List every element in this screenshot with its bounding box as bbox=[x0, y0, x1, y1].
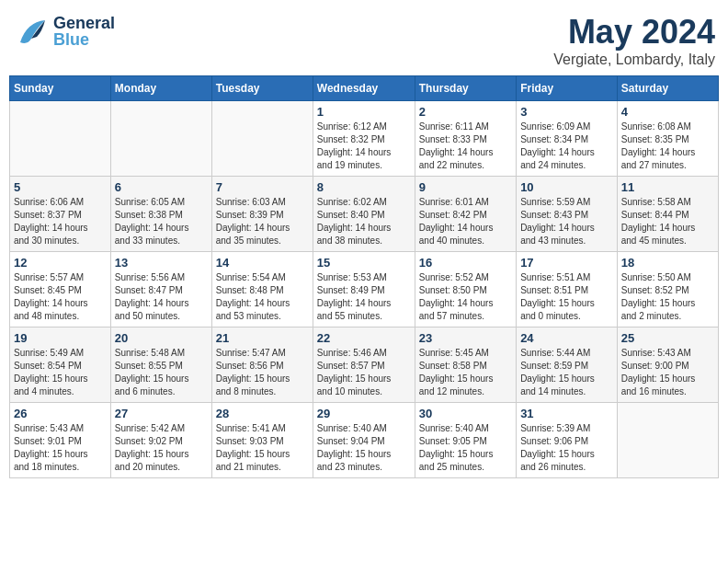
logo-icon bbox=[13, 13, 50, 50]
day-number: 1 bbox=[317, 105, 411, 119]
day-number: 8 bbox=[317, 180, 411, 194]
day-info: Sunrise: 5:46 AM Sunset: 8:57 PM Dayligh… bbox=[317, 347, 411, 398]
table-row: 27Sunrise: 5:42 AM Sunset: 9:02 PM Dayli… bbox=[110, 403, 211, 478]
day-number: 6 bbox=[115, 180, 208, 194]
day-number: 7 bbox=[216, 180, 309, 194]
table-row: 16Sunrise: 5:52 AM Sunset: 8:50 PM Dayli… bbox=[415, 252, 516, 327]
day-number: 24 bbox=[520, 331, 613, 345]
day-info: Sunrise: 6:06 AM Sunset: 8:37 PM Dayligh… bbox=[14, 196, 107, 247]
day-number: 25 bbox=[621, 331, 714, 345]
day-info: Sunrise: 5:43 AM Sunset: 9:00 PM Dayligh… bbox=[621, 347, 714, 398]
calendar-header-row: Sunday Monday Tuesday Wednesday Thursday… bbox=[10, 76, 719, 101]
day-info: Sunrise: 5:48 AM Sunset: 8:55 PM Dayligh… bbox=[115, 347, 208, 398]
calendar-week-row: 12Sunrise: 5:57 AM Sunset: 8:45 PM Dayli… bbox=[10, 252, 719, 327]
table-row: 17Sunrise: 5:51 AM Sunset: 8:51 PM Dayli… bbox=[517, 252, 618, 327]
table-row: 10Sunrise: 5:59 AM Sunset: 8:43 PM Dayli… bbox=[517, 177, 618, 252]
day-info: Sunrise: 6:01 AM Sunset: 8:42 PM Dayligh… bbox=[419, 196, 512, 247]
table-row: 12Sunrise: 5:57 AM Sunset: 8:45 PM Dayli… bbox=[10, 252, 111, 327]
day-info: Sunrise: 5:52 AM Sunset: 8:50 PM Dayligh… bbox=[419, 271, 512, 323]
table-row: 21Sunrise: 5:47 AM Sunset: 8:56 PM Dayli… bbox=[211, 327, 313, 403]
day-info: Sunrise: 5:56 AM Sunset: 8:47 PM Dayligh… bbox=[115, 271, 208, 323]
day-number: 3 bbox=[520, 105, 613, 119]
header: General Blue May 2024 Vergiate, Lombardy… bbox=[9, 9, 719, 68]
table-row: 2Sunrise: 6:11 AM Sunset: 8:33 PM Daylig… bbox=[415, 101, 516, 177]
day-number: 4 bbox=[621, 105, 714, 119]
day-number: 2 bbox=[419, 105, 512, 119]
table-row: 1Sunrise: 6:12 AM Sunset: 8:32 PM Daylig… bbox=[313, 101, 415, 177]
day-number: 28 bbox=[216, 407, 309, 420]
table-row: 11Sunrise: 5:58 AM Sunset: 8:44 PM Dayli… bbox=[617, 177, 718, 252]
day-info: Sunrise: 5:44 AM Sunset: 8:59 PM Dayligh… bbox=[520, 347, 613, 398]
day-info: Sunrise: 5:43 AM Sunset: 9:01 PM Dayligh… bbox=[14, 422, 107, 474]
day-info: Sunrise: 6:03 AM Sunset: 8:39 PM Dayligh… bbox=[216, 196, 309, 247]
day-number: 14 bbox=[216, 256, 309, 270]
table-row: 23Sunrise: 5:45 AM Sunset: 8:58 PM Dayli… bbox=[415, 327, 516, 403]
day-number: 26 bbox=[14, 407, 107, 420]
day-number: 22 bbox=[317, 331, 411, 345]
calendar-week-row: 5Sunrise: 6:06 AM Sunset: 8:37 PM Daylig… bbox=[10, 177, 719, 252]
day-number: 29 bbox=[317, 407, 411, 420]
day-info: Sunrise: 5:39 AM Sunset: 9:06 PM Dayligh… bbox=[520, 422, 613, 474]
table-row bbox=[617, 403, 718, 478]
day-info: Sunrise: 5:51 AM Sunset: 8:51 PM Dayligh… bbox=[520, 271, 613, 323]
table-row: 6Sunrise: 6:05 AM Sunset: 8:38 PM Daylig… bbox=[110, 177, 211, 252]
day-info: Sunrise: 5:50 AM Sunset: 8:52 PM Dayligh… bbox=[621, 271, 714, 323]
table-row bbox=[10, 101, 111, 177]
day-info: Sunrise: 6:02 AM Sunset: 8:40 PM Dayligh… bbox=[317, 196, 411, 247]
day-number: 17 bbox=[520, 256, 613, 270]
day-info: Sunrise: 6:11 AM Sunset: 8:33 PM Dayligh… bbox=[419, 121, 512, 172]
calendar-week-row: 19Sunrise: 5:49 AM Sunset: 8:54 PM Dayli… bbox=[10, 327, 719, 403]
table-row: 22Sunrise: 5:46 AM Sunset: 8:57 PM Dayli… bbox=[313, 327, 415, 403]
table-row: 24Sunrise: 5:44 AM Sunset: 8:59 PM Dayli… bbox=[517, 327, 618, 403]
table-row: 28Sunrise: 5:41 AM Sunset: 9:03 PM Dayli… bbox=[211, 403, 313, 478]
col-sunday: Sunday bbox=[10, 76, 111, 101]
day-number: 16 bbox=[419, 256, 512, 270]
col-monday: Monday bbox=[110, 76, 211, 101]
day-number: 5 bbox=[14, 180, 107, 194]
day-info: Sunrise: 5:49 AM Sunset: 8:54 PM Dayligh… bbox=[14, 347, 107, 398]
table-row bbox=[110, 101, 211, 177]
col-tuesday: Tuesday bbox=[211, 76, 313, 101]
table-row: 26Sunrise: 5:43 AM Sunset: 9:01 PM Dayli… bbox=[10, 403, 111, 478]
day-info: Sunrise: 6:05 AM Sunset: 8:38 PM Dayligh… bbox=[115, 196, 208, 247]
table-row: 29Sunrise: 5:40 AM Sunset: 9:04 PM Dayli… bbox=[313, 403, 415, 478]
day-number: 18 bbox=[621, 256, 714, 270]
day-number: 15 bbox=[317, 256, 411, 270]
table-row: 8Sunrise: 6:02 AM Sunset: 8:40 PM Daylig… bbox=[313, 177, 415, 252]
table-row: 5Sunrise: 6:06 AM Sunset: 8:37 PM Daylig… bbox=[10, 177, 111, 252]
calendar-table: Sunday Monday Tuesday Wednesday Thursday… bbox=[9, 75, 719, 478]
table-row: 19Sunrise: 5:49 AM Sunset: 8:54 PM Dayli… bbox=[10, 327, 111, 403]
logo: General Blue bbox=[13, 13, 115, 50]
table-row: 7Sunrise: 6:03 AM Sunset: 8:39 PM Daylig… bbox=[211, 177, 313, 252]
day-info: Sunrise: 5:57 AM Sunset: 8:45 PM Dayligh… bbox=[14, 271, 107, 323]
day-info: Sunrise: 5:53 AM Sunset: 8:49 PM Dayligh… bbox=[317, 271, 411, 323]
table-row: 18Sunrise: 5:50 AM Sunset: 8:52 PM Dayli… bbox=[617, 252, 718, 327]
day-number: 20 bbox=[115, 331, 208, 345]
day-info: Sunrise: 5:42 AM Sunset: 9:02 PM Dayligh… bbox=[115, 422, 208, 474]
day-number: 30 bbox=[419, 407, 512, 420]
day-info: Sunrise: 5:40 AM Sunset: 9:04 PM Dayligh… bbox=[317, 422, 411, 474]
table-row: 15Sunrise: 5:53 AM Sunset: 8:49 PM Dayli… bbox=[313, 252, 415, 327]
table-row: 3Sunrise: 6:09 AM Sunset: 8:34 PM Daylig… bbox=[517, 101, 618, 177]
day-info: Sunrise: 5:40 AM Sunset: 9:05 PM Dayligh… bbox=[419, 422, 512, 474]
col-thursday: Thursday bbox=[415, 76, 516, 101]
col-saturday: Saturday bbox=[617, 76, 718, 101]
day-info: Sunrise: 5:41 AM Sunset: 9:03 PM Dayligh… bbox=[216, 422, 309, 474]
table-row: 31Sunrise: 5:39 AM Sunset: 9:06 PM Dayli… bbox=[517, 403, 618, 478]
day-number: 12 bbox=[14, 256, 107, 270]
calendar-week-row: 26Sunrise: 5:43 AM Sunset: 9:01 PM Dayli… bbox=[10, 403, 719, 478]
month-title: May 2024 bbox=[553, 13, 715, 52]
day-info: Sunrise: 6:08 AM Sunset: 8:35 PM Dayligh… bbox=[621, 121, 714, 172]
col-wednesday: Wednesday bbox=[313, 76, 415, 101]
logo-general-text: General bbox=[53, 15, 115, 31]
day-number: 13 bbox=[115, 256, 208, 270]
day-number: 27 bbox=[115, 407, 208, 420]
table-row: 4Sunrise: 6:08 AM Sunset: 8:35 PM Daylig… bbox=[617, 101, 718, 177]
calendar-week-row: 1Sunrise: 6:12 AM Sunset: 8:32 PM Daylig… bbox=[10, 101, 719, 177]
day-number: 9 bbox=[419, 180, 512, 194]
day-info: Sunrise: 5:47 AM Sunset: 8:56 PM Dayligh… bbox=[216, 347, 309, 398]
table-row: 20Sunrise: 5:48 AM Sunset: 8:55 PM Dayli… bbox=[110, 327, 211, 403]
day-number: 19 bbox=[14, 331, 107, 345]
day-number: 10 bbox=[520, 180, 613, 194]
day-info: Sunrise: 5:54 AM Sunset: 8:48 PM Dayligh… bbox=[216, 271, 309, 323]
